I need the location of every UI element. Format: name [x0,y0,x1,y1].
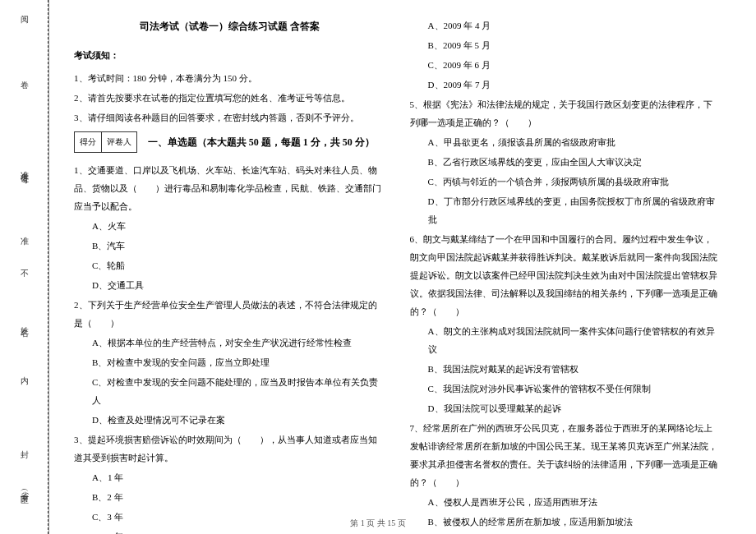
exam-title: 司法考试（试卷一）综合练习试题 含答案 [74,16,385,36]
sidebar-label-province: 省（市区） [19,485,30,493]
q5-stem: 5、根据《宪法》和法律法规的规定，关于我国行政区划变更的法律程序，下列哪一选项是… [410,95,721,131]
section-header-row: 得分 评卷人 一、单选题（本大题共 50 题，每题 1 分，共 50 分） [74,128,385,156]
notice-line: 3、请仔细阅读各种题目的回答要求，在密封线内答题，否则不予评分。 [74,108,385,127]
q6-opt-d: D、我国法院可以受理戴某的起诉 [410,399,721,417]
q5-opt-a: A、甲县欲更名，须报该县所属的省级政府审批 [410,133,721,151]
q1-opt-c: C、轮船 [74,256,385,274]
q1-opt-d: D、交通工具 [74,276,385,294]
notice-line: 2、请首先按要求在试卷的指定位置填写您的姓名、准考证号等信息。 [74,89,385,107]
q6-stem: 6、朗文与戴某缔结了一个在甲国和中国履行的合同。履约过程中发生争议，朗文向甲国法… [410,230,721,320]
q6-opt-c: C、我国法院对涉外民事诉讼案件的管辖权不受任何限制 [410,380,721,398]
sidebar-label: 阅 [19,8,30,10]
binding-sidebar: 阅 卷 准考证号 准 不 姓名 内 封 省（市区） [0,0,49,534]
page-footer: 第 1 页 共 15 页 [0,518,756,529]
score-col-grader: 评卷人 [102,132,136,152]
section-1-title: 一、单选题（本大题共 50 题，每题 1 分，共 50 分） [137,132,385,152]
q1-opt-b: B、汽车 [74,237,385,255]
q4-opt-b: B、2009 年 5 月 [410,36,721,54]
q6-opt-b: B、我国法院对戴某的起诉没有管辖权 [410,360,721,378]
q1-stem: 1、交通要道、口岸以及飞机场、火车站、长途汽车站、码头对来往人员、物品、货物以及… [74,161,385,215]
sidebar-label: 准 [19,230,30,232]
q2-stem: 2、下列关于生产经营单位安全生产管理人员做法的表述，不符合法律规定的是（ ） [74,296,385,332]
sidebar-label-examinee-no: 准考证号 [19,164,30,171]
q2-opt-c: C、对检查中发现的安全问题不能处理的，应当及时报告本单位有关负责人 [74,373,385,409]
right-column: A、2009 年 4 月 B、2009 年 5 月 C、2009 年 6 月 D… [398,16,721,526]
notice-header: 考试须知： [74,46,385,64]
sidebar-label: 封 [19,444,30,445]
q2-opt-d: D、检查及处理情况可不记录在案 [74,411,385,429]
q5-opt-b: B、乙省行政区域界线的变更，应由全国人大审议决定 [410,153,721,171]
q5-opt-d: D、丁市部分行政区域界线的变更，由国务院授权丁市所属的省级政府审批 [410,192,721,228]
q3-opt-b: B、2 年 [74,488,385,506]
score-col-score: 得分 [75,132,102,152]
q7-opt-a: A、侵权人是西班牙公民，应适用西班牙法 [410,493,721,511]
left-column: 司法考试（试卷一）综合练习试题 含答案 考试须知： 1、考试时间：180 分钟，… [74,16,398,526]
sidebar-label: 内 [19,370,30,371]
sidebar-label-name: 姓名 [19,320,30,324]
q4-opt-a: A、2009 年 4 月 [410,16,721,35]
q4-opt-d: D、2009 年 7 月 [410,76,721,94]
q7-stem: 7、经常居所在广州的西班牙公民贝克，在服务器位于西班牙的某网络论坛上发帖诽谤经常… [410,419,721,491]
sidebar-label: 不 [19,263,30,265]
dashed-binding-line [48,0,48,534]
q2-opt-a: A、根据本单位的生产经营特点，对安全生产状况进行经常性检查 [74,334,385,352]
q3-opt-a: A、1 年 [74,468,385,486]
sidebar-label: 卷 [19,74,30,76]
q1-opt-a: A、火车 [74,217,385,235]
score-box: 得分 评卷人 [74,131,137,153]
q5-opt-c: C、丙镇与邻近的一个镇合并，须报两镇所属的县级政府审批 [410,173,721,191]
q4-opt-c: C、2009 年 6 月 [410,56,721,74]
notice-line: 1、考试时间：180 分钟，本卷满分为 150 分。 [74,69,385,87]
q3-stem: 3、提起环境损害赔偿诉讼的时效期间为（ ），从当事人知道或者应当知道其受到损害时… [74,430,385,467]
q2-opt-b: B、对检查中发现的安全问题，应当立即处理 [74,353,385,371]
q6-opt-a: A、朗文的主张构成对我国法院就同一案件实体问题行使管辖权的有效异议 [410,322,721,358]
main-content: 司法考试（试卷一）综合练习试题 含答案 考试须知： 1、考试时间：180 分钟，… [49,0,756,534]
